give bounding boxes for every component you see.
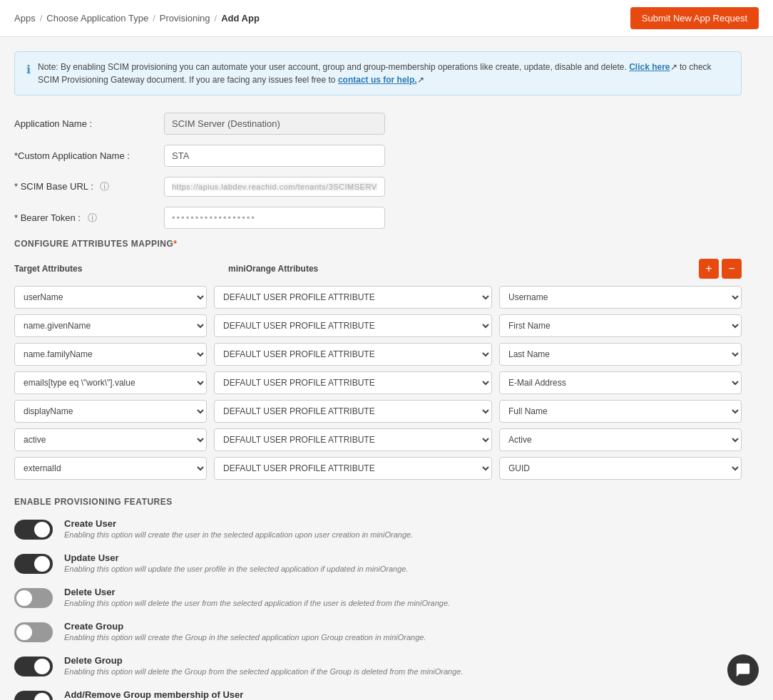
right-select-5[interactable]: Active	[499, 428, 742, 451]
info-icon: ℹ	[26, 61, 31, 86]
bearer-token-input[interactable]	[164, 207, 385, 229]
toggle-track-0[interactable]	[14, 520, 53, 540]
feature-item: Delete UserEnabling this option will del…	[14, 587, 742, 608]
features-title: ENABLE PROVISIONING FEATURES	[14, 497, 742, 507]
right-select-1[interactable]: First Name	[499, 314, 742, 337]
toggle-thumb-4	[34, 659, 50, 674]
toggle-track-2[interactable]	[14, 588, 53, 608]
feature-desc-3: Enabling this option will create the Gro…	[64, 633, 426, 642]
mid-select-2[interactable]: DEFAULT USER PROFILE ATTRIBUTE	[214, 343, 492, 366]
chat-fab-button[interactable]	[727, 654, 759, 686]
breadcrumb-current: Add App	[221, 13, 260, 24]
feature-toggle-1[interactable]	[14, 554, 53, 574]
target-select-4[interactable]: displayName	[14, 400, 207, 423]
feature-name-4: Delete Group	[64, 655, 463, 666]
right-select-4[interactable]: Full Name	[499, 400, 742, 423]
features-section: ENABLE PROVISIONING FEATURES Create User…	[14, 497, 742, 700]
mid-select-3[interactable]: DEFAULT USER PROFILE ATTRIBUTE	[214, 371, 492, 394]
col-header-miniorange: miniOrange Attributes	[228, 264, 506, 274]
toggle-track-4[interactable]	[14, 657, 53, 676]
toggle-track-5[interactable]	[14, 691, 53, 700]
feature-toggle-3[interactable]	[14, 622, 53, 642]
mapping-row: name.givenNameDEFAULT USER PROFILE ATTRI…	[14, 314, 742, 337]
right-select-6[interactable]: GUID	[499, 457, 742, 480]
feature-toggle-4[interactable]	[14, 657, 53, 676]
feature-item: Update UserEnabling this option will upd…	[14, 552, 742, 574]
breadcrumb: Apps / Choose Application Type / Provisi…	[14, 13, 260, 24]
mapping-rows-container: userNameDEFAULT USER PROFILE ATTRIBUTEUs…	[14, 286, 742, 480]
feature-item: Create UserEnabling this option will cre…	[14, 518, 742, 540]
app-name-group: Application Name :	[14, 113, 742, 135]
custom-name-input[interactable]	[164, 145, 385, 167]
mapping-row: activeDEFAULT USER PROFILE ATTRIBUTEActi…	[14, 428, 742, 451]
app-name-input	[164, 113, 385, 135]
toggle-thumb-1	[34, 556, 50, 572]
breadcrumb-provisioning[interactable]: Provisioning	[160, 13, 210, 24]
mapping-row: emails[type eq \"work\"].valueDEFAULT US…	[14, 371, 742, 394]
add-row-button[interactable]: +	[699, 259, 719, 279]
custom-name-label: *Custom Application Name :	[14, 150, 164, 161]
toggle-thumb-3	[16, 624, 32, 640]
mid-select-1[interactable]: DEFAULT USER PROFILE ATTRIBUTE	[214, 314, 492, 337]
feature-item: Add/Remove Group membership of UserEnabl…	[14, 689, 742, 700]
toggle-track-3[interactable]	[14, 622, 53, 642]
feature-text-1: Update UserEnabling this option will upd…	[64, 552, 408, 573]
feature-name-0: Create User	[64, 518, 413, 529]
feature-text-5: Add/Remove Group membership of UserEnabl…	[64, 689, 663, 700]
feature-text-4: Delete GroupEnabling this option will de…	[64, 655, 463, 676]
breadcrumb-sep-1: /	[40, 13, 43, 24]
mapping-header: Target Attributes miniOrange Attributes …	[14, 259, 742, 279]
toggle-thumb-2	[16, 590, 32, 606]
feature-item: Create GroupEnabling this option will cr…	[14, 621, 742, 642]
target-select-0[interactable]: userName	[14, 286, 207, 309]
mid-select-5[interactable]: DEFAULT USER PROFILE ATTRIBUTE	[214, 428, 492, 451]
mapping-row: externalIdDEFAULT USER PROFILE ATTRIBUTE…	[14, 457, 742, 480]
feature-name-1: Update User	[64, 552, 408, 563]
target-select-5[interactable]: active	[14, 428, 207, 451]
target-select-1[interactable]: name.givenName	[14, 314, 207, 337]
right-select-2[interactable]: Last Name	[499, 343, 742, 366]
mapping-row: displayNameDEFAULT USER PROFILE ATTRIBUT…	[14, 400, 742, 423]
toggle-thumb-0	[34, 522, 50, 537]
target-select-3[interactable]: emails[type eq \"work\"].value	[14, 371, 207, 394]
toggle-thumb-5	[34, 693, 50, 700]
feature-name-5: Add/Remove Group membership of User	[64, 689, 663, 700]
info-banner-text: Note: By enabling SCIM provisioning you …	[38, 61, 730, 86]
feature-desc-4: Enabling this option will delete the Gro…	[64, 667, 463, 676]
feature-toggle-2[interactable]	[14, 588, 53, 608]
scim-url-label: * SCIM Base URL : ⓘ	[14, 180, 164, 193]
scim-url-info-icon[interactable]: ⓘ	[100, 181, 109, 192]
mid-select-4[interactable]: DEFAULT USER PROFILE ATTRIBUTE	[214, 400, 492, 423]
custom-name-group: *Custom Application Name :	[14, 145, 742, 167]
feature-toggle-0[interactable]	[14, 520, 53, 540]
feature-desc-0: Enabling this option will create the use…	[64, 530, 413, 539]
right-select-0[interactable]: Username	[499, 286, 742, 309]
remove-row-button[interactable]: −	[722, 259, 742, 279]
feature-desc-2: Enabling this option will delete the use…	[64, 599, 450, 607]
feature-text-0: Create UserEnabling this option will cre…	[64, 518, 413, 539]
feature-text-2: Delete UserEnabling this option will del…	[64, 587, 450, 607]
page-header: Apps / Choose Application Type / Provisi…	[0, 0, 773, 37]
contact-us-link[interactable]: contact us for help.	[338, 75, 417, 85]
right-select-3[interactable]: E-Mail Address	[499, 371, 742, 394]
feature-item: Delete GroupEnabling this option will de…	[14, 655, 742, 676]
breadcrumb-apps[interactable]: Apps	[14, 13, 36, 24]
breadcrumb-sep-3: /	[215, 13, 217, 24]
configure-mapping-title: CONFIGURE ATTRIBUTES MAPPING*	[14, 239, 742, 249]
mapping-row: userNameDEFAULT USER PROFILE ATTRIBUTEUs…	[14, 286, 742, 309]
feature-toggle-5[interactable]	[14, 691, 53, 700]
breadcrumb-choose-type[interactable]: Choose Application Type	[46, 13, 148, 24]
click-here-link[interactable]: Click here	[629, 62, 670, 72]
info-banner: ℹ Note: By enabling SCIM provisioning yo…	[14, 51, 742, 96]
bearer-token-info-icon[interactable]: ⓘ	[88, 212, 97, 223]
submit-new-app-button[interactable]: Submit New App Request	[630, 7, 759, 29]
target-select-6[interactable]: externalId	[14, 457, 207, 480]
mid-select-0[interactable]: DEFAULT USER PROFILE ATTRIBUTE	[214, 286, 492, 309]
target-select-2[interactable]: name.familyName	[14, 343, 207, 366]
feature-text-3: Create GroupEnabling this option will cr…	[64, 621, 426, 642]
mid-select-6[interactable]: DEFAULT USER PROFILE ATTRIBUTE	[214, 457, 492, 480]
feature-name-2: Delete User	[64, 587, 450, 597]
scim-url-input[interactable]	[164, 177, 385, 197]
features-container: Create UserEnabling this option will cre…	[14, 518, 742, 700]
toggle-track-1[interactable]	[14, 554, 53, 574]
